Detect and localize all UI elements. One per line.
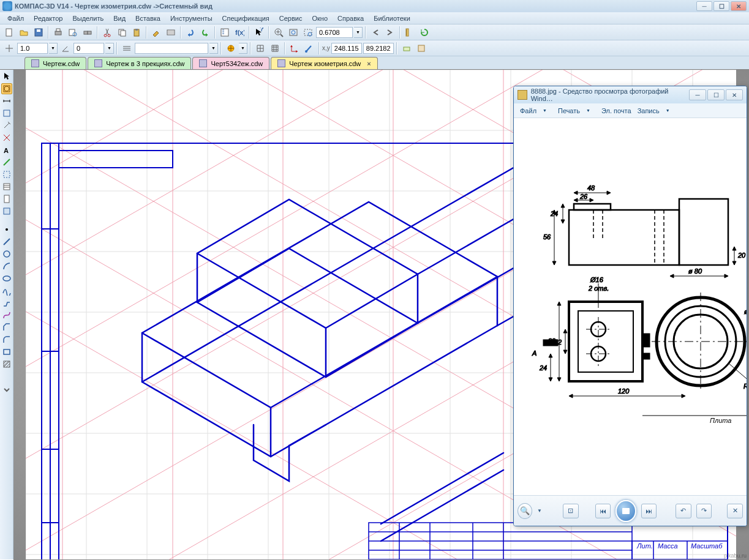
menu-select[interactable]: Выделить: [67, 13, 108, 23]
insert-tool[interactable]: [1, 206, 12, 217]
cut-button[interactable]: [100, 26, 114, 39]
menu-service[interactable]: Сервис: [274, 13, 307, 23]
viewer-close-button[interactable]: ✕: [726, 89, 743, 100]
menu-spec[interactable]: Спецификация: [217, 13, 274, 23]
geometry-tool[interactable]: [1, 83, 12, 94]
menu-window[interactable]: Окно: [307, 13, 333, 23]
viewer-menu-file[interactable]: Файл: [518, 106, 539, 116]
step-dd[interactable]: ▼: [105, 43, 114, 54]
measure-tool[interactable]: [1, 157, 12, 168]
zoom-value-input[interactable]: [316, 27, 353, 38]
select-tool[interactable]: [1, 169, 12, 180]
spec-tool[interactable]: [1, 181, 12, 192]
zoom-in-button[interactable]: [272, 26, 285, 39]
viewer-min-button[interactable]: ─: [689, 89, 706, 100]
edit-tool[interactable]: [1, 120, 12, 131]
circle-tool[interactable]: [1, 248, 12, 259]
coord-y-input[interactable]: [363, 43, 394, 54]
menu-help[interactable]: Справка: [333, 13, 369, 23]
misc2-button[interactable]: [415, 42, 428, 55]
coord-x-input[interactable]: [331, 43, 362, 54]
misc1-button[interactable]: [400, 42, 413, 55]
menu-libs[interactable]: Библиотеки: [369, 13, 415, 23]
grid2-button[interactable]: [268, 42, 282, 55]
viewer-menu-burn[interactable]: Запись: [635, 106, 662, 116]
zoom-next-button[interactable]: [383, 26, 397, 39]
viewer-titlebar[interactable]: 8888.jpg - Средство просмотра фотографий…: [514, 86, 747, 103]
slideshow-button[interactable]: [615, 500, 636, 522]
localcs-button[interactable]: [288, 42, 301, 55]
ellipse-tool[interactable]: [1, 273, 12, 284]
help-cursor-button[interactable]: ?: [252, 26, 266, 39]
text-tool[interactable]: [1, 108, 12, 119]
snap-toggle[interactable]: [224, 42, 238, 55]
linestyle-dd[interactable]: ▼: [209, 43, 218, 54]
zoom-dd-icon[interactable]: ▼: [537, 508, 542, 513]
chamfer-tool[interactable]: [1, 322, 12, 333]
linewidth-dd[interactable]: ▼: [49, 43, 58, 54]
print-button[interactable]: [51, 26, 65, 39]
linestyle-input[interactable]: [135, 43, 208, 54]
photo-viewer-window[interactable]: 8888.jpg - Средство просмотра фотографий…: [513, 86, 747, 526]
pointer-tool[interactable]: [1, 71, 12, 82]
snap-dd[interactable]: ▼: [239, 43, 247, 54]
redraw-button[interactable]: [418, 26, 431, 39]
dim-tool[interactable]: [1, 95, 12, 106]
menu-edit[interactable]: Редактор: [29, 13, 67, 23]
paint-button[interactable]: [149, 26, 163, 39]
paste-button[interactable]: [130, 26, 143, 39]
printers-button[interactable]: [81, 26, 94, 39]
point-tool[interactable]: [1, 224, 12, 235]
tab-2[interactable]: Черт5342еж.cdw: [192, 57, 269, 69]
font-tool[interactable]: A: [1, 144, 12, 155]
rect-tool[interactable]: [1, 346, 12, 357]
tab-1[interactable]: Чертеж в 3 прекциях.cdw: [88, 57, 191, 69]
window-close-button[interactable]: ✕: [731, 1, 747, 11]
menu-file[interactable]: Файл: [2, 13, 29, 23]
viewer-image-area[interactable]: 48 26 24 56 20 Ø16 2 отв. ø 80: [514, 118, 747, 495]
delete-button[interactable]: ✕: [727, 504, 743, 518]
manager-button[interactable]: [218, 26, 231, 39]
viewer-menu-email[interactable]: Эл. почта: [599, 106, 634, 116]
report-tool[interactable]: [1, 193, 12, 204]
arc-tool[interactable]: [1, 261, 12, 272]
hatch-tool[interactable]: [1, 359, 12, 370]
param-tool[interactable]: [1, 132, 12, 143]
save-button[interactable]: [32, 26, 45, 39]
poly-tool[interactable]: [1, 297, 12, 308]
next-button[interactable]: ⏭: [641, 504, 657, 518]
viewer-max-button[interactable]: ☐: [707, 89, 725, 100]
fit-button[interactable]: ⊡: [563, 504, 579, 518]
bezier-tool[interactable]: [1, 310, 12, 321]
zoom-window-button[interactable]: [301, 26, 315, 39]
zoom-fit-button[interactable]: [287, 26, 300, 39]
rotate-cw-button[interactable]: ↷: [696, 504, 712, 518]
zoom-out-button[interactable]: 🔍: [518, 503, 532, 519]
fillet-tool[interactable]: [1, 334, 12, 345]
undo-button[interactable]: [184, 26, 197, 39]
redo-button[interactable]: [198, 26, 212, 39]
tab-3[interactable]: Чертеж изометрия.cdw×: [271, 57, 377, 69]
open-button[interactable]: [17, 26, 31, 39]
preview-button[interactable]: [66, 26, 80, 39]
menu-insert[interactable]: Вставка: [130, 13, 165, 23]
window-minimize-button[interactable]: ─: [696, 1, 712, 11]
tab-close-icon[interactable]: ×: [364, 60, 371, 67]
copy-button[interactable]: [115, 26, 129, 39]
linestyle-button[interactable]: [120, 42, 134, 55]
prev-button[interactable]: ⏮: [595, 504, 611, 518]
menu-view[interactable]: Вид: [108, 13, 130, 23]
zoom-prev-button[interactable]: [369, 26, 382, 39]
ruler-button[interactable]: [403, 26, 416, 39]
window-maximize-button[interactable]: ☐: [713, 1, 729, 11]
step-input[interactable]: [73, 43, 104, 54]
linewidth-input[interactable]: [17, 43, 48, 54]
ortho-button[interactable]: [2, 42, 16, 55]
angsnap-button[interactable]: [303, 42, 316, 55]
props-button[interactable]: [164, 26, 178, 39]
viewer-menu-print[interactable]: Печать: [555, 106, 582, 116]
spline-tool[interactable]: [1, 285, 12, 296]
line-tool[interactable]: [1, 236, 12, 247]
new-button[interactable]: [2, 26, 16, 39]
grid-toggle[interactable]: [254, 42, 267, 55]
